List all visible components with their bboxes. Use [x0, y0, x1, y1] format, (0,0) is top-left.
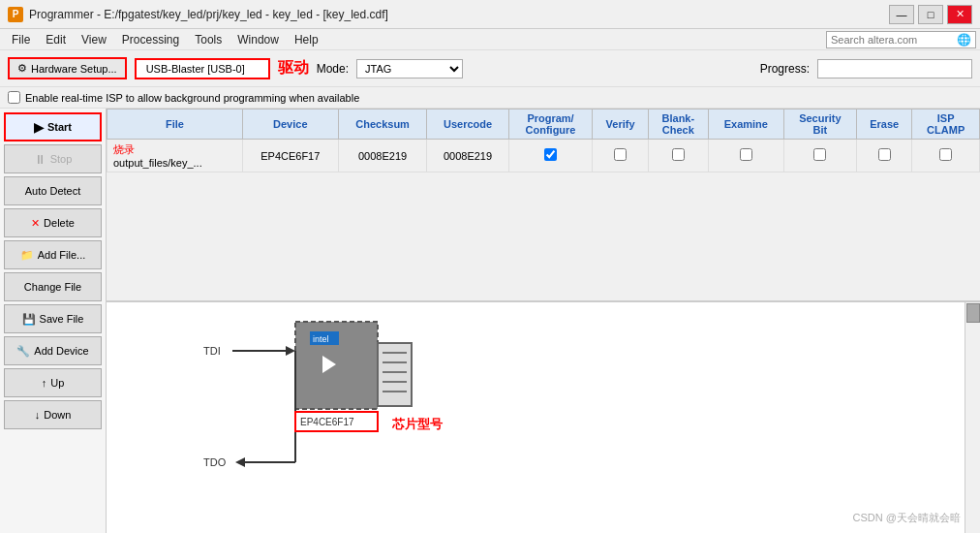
progress-label: Progress: — [760, 62, 810, 76]
col-device: Device — [242, 110, 338, 140]
cell-blank[interactable] — [648, 140, 708, 172]
menu-view[interactable]: View — [74, 31, 114, 48]
cell-checksum: 0008E219 — [338, 140, 427, 172]
down-icon: ↓ — [35, 409, 41, 421]
stop-icon: ⏸ — [34, 152, 46, 167]
minimize-button[interactable]: — — [889, 5, 914, 24]
file-path: output_files/key_... — [113, 157, 202, 169]
isp-clamp-checkbox[interactable] — [939, 148, 952, 161]
col-verify: Verify — [593, 110, 648, 140]
change-file-button[interactable]: Change File — [4, 272, 102, 301]
isp-label: Enable real-time ISP to allow background… — [25, 92, 359, 104]
up-button[interactable]: ↑ Up — [4, 368, 102, 397]
menu-tools[interactable]: Tools — [187, 31, 230, 48]
menu-help[interactable]: Help — [287, 31, 326, 48]
vertical-scrollbar[interactable] — [965, 302, 980, 533]
content-area: File Device Checksum Usercode Program/Co… — [107, 109, 980, 533]
cell-file: 烧录 output_files/key_... — [107, 140, 243, 172]
start-label: Start — [47, 121, 72, 133]
down-button[interactable]: ↓ Down — [4, 400, 102, 429]
cell-program[interactable] — [508, 140, 593, 172]
save-file-label: Save File — [40, 313, 84, 325]
add-device-button[interactable]: 🔧 Add Device — [4, 336, 102, 365]
add-file-label: Add File... — [38, 249, 86, 261]
cell-examine[interactable] — [708, 140, 783, 172]
cell-isp[interactable] — [912, 140, 980, 172]
isp-checkbox[interactable] — [8, 91, 20, 104]
col-security: SecurityBit — [783, 110, 856, 140]
title-bar-text: Programmer - E:/fpgatest/key_led/prj/key… — [29, 8, 889, 21]
folder-icon: 📁 — [20, 249, 34, 262]
tdo-arrowhead — [235, 457, 245, 467]
drive-label: 驱动 — [278, 58, 309, 78]
progress-bar — [817, 59, 972, 78]
start-icon: ▶ — [34, 120, 44, 135]
auto-detect-button[interactable]: Auto Detect — [4, 176, 102, 205]
mode-label: Mode: — [317, 62, 349, 76]
up-label: Up — [50, 377, 64, 389]
add-file-button[interactable]: 📁 Add File... — [4, 240, 102, 269]
delete-label: Delete — [44, 217, 75, 229]
search-box[interactable]: 🌐 — [826, 31, 976, 48]
delete-button[interactable]: ✕ Delete — [4, 208, 102, 237]
table-area: File Device Checksum Usercode Program/Co… — [107, 109, 980, 302]
intel-text: intel — [313, 334, 329, 344]
stop-button[interactable]: ⏸ Stop — [4, 144, 102, 173]
sidebar: ▶ Start ⏸ Stop Auto Detect ✕ Delete 📁 Ad… — [0, 109, 107, 533]
cell-device: EP4CE6F17 — [242, 140, 338, 172]
stop-label: Stop — [50, 153, 73, 165]
blank-checkbox[interactable] — [672, 148, 685, 161]
title-bar-controls: — □ ✕ — [889, 5, 972, 24]
main-layout: ▶ Start ⏸ Stop Auto Detect ✕ Delete 📁 Ad… — [0, 109, 980, 533]
start-button[interactable]: ▶ Start — [4, 112, 102, 141]
maximize-button[interactable]: □ — [918, 5, 943, 24]
erase-checkbox[interactable] — [878, 148, 891, 161]
menu-window[interactable]: Window — [230, 31, 287, 48]
cell-verify[interactable] — [593, 140, 648, 172]
menu-processing[interactable]: Processing — [114, 31, 187, 48]
mode-select[interactable]: JTAG — [356, 59, 463, 78]
hardware-setup-button[interactable]: ⚙ Hardware Setup... — [8, 57, 127, 79]
menu-edit[interactable]: Edit — [38, 31, 74, 48]
toolbar: ⚙ Hardware Setup... USB-Blaster [USB-0] … — [0, 50, 980, 87]
verify-checkbox[interactable] — [614, 148, 627, 161]
programmer-table: File Device Checksum Usercode Program/Co… — [107, 109, 980, 172]
jtag-diagram: TDI intel — [107, 302, 959, 496]
cell-usercode: 0008E219 — [427, 140, 508, 172]
isp-row: Enable real-time ISP to allow background… — [0, 87, 980, 109]
change-file-label: Change File — [24, 281, 81, 293]
chip-name-text: EP4CE6F17 — [300, 417, 354, 427]
diagram-area: TDI intel — [107, 302, 980, 533]
up-icon: ↑ — [42, 377, 47, 389]
auto-detect-label: Auto Detect — [25, 185, 80, 197]
watermark: CSDN @天会晴就会暗 — [853, 511, 961, 525]
col-usercode: Usercode — [427, 110, 508, 140]
table-row: 烧录 output_files/key_... EP4CE6F17 0008E2… — [107, 140, 980, 172]
globe-icon: 🌐 — [957, 33, 971, 47]
tdi-arrowhead — [286, 346, 295, 356]
burn-label: 烧录 — [113, 143, 135, 155]
tdo-text: TDO — [203, 456, 227, 468]
tdi-text: TDI — [203, 345, 221, 357]
add-device-icon: 🔧 — [16, 345, 30, 358]
col-examine: Examine — [708, 110, 783, 140]
search-input[interactable] — [831, 34, 957, 46]
cell-erase[interactable] — [856, 140, 911, 172]
app-icon: P — [8, 7, 23, 22]
col-isp: ISPCLAMP — [912, 110, 980, 140]
add-device-label: Add Device — [34, 345, 88, 357]
chip-type-label: 芯片型号 — [391, 417, 444, 431]
examine-checkbox[interactable] — [740, 148, 752, 161]
program-checkbox[interactable] — [544, 148, 557, 161]
down-label: Down — [44, 409, 71, 421]
close-button[interactable]: ✕ — [947, 5, 972, 24]
col-checksum: Checksum — [338, 110, 427, 140]
scroll-thumb[interactable] — [966, 303, 980, 323]
title-bar: P Programmer - E:/fpgatest/key_led/prj/k… — [0, 0, 980, 29]
save-file-button[interactable]: 💾 Save File — [4, 304, 102, 333]
col-blank: Blank-Check — [648, 110, 708, 140]
menu-file[interactable]: File — [4, 31, 38, 48]
security-checkbox[interactable] — [813, 148, 826, 161]
col-file: File — [107, 110, 243, 140]
cell-security[interactable] — [783, 140, 856, 172]
